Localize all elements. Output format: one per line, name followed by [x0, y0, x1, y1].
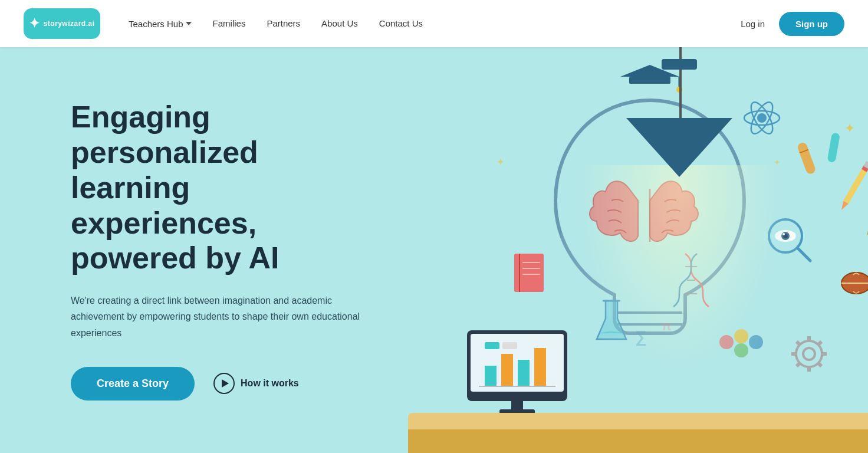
- svg-rect-42: [534, 348, 546, 386]
- svg-line-25: [797, 248, 810, 261]
- svg-rect-39: [485, 366, 497, 386]
- svg-point-64: [734, 343, 748, 357]
- svg-line-71: [797, 342, 800, 345]
- nav-links: Teachers Hub Families Partners About Us …: [129, 18, 741, 29]
- svg-rect-38: [471, 334, 564, 392]
- svg-rect-30: [514, 254, 544, 292]
- how-it-works-button[interactable]: How it works: [213, 373, 299, 394]
- nav-item-partners[interactable]: Partners: [267, 18, 300, 29]
- navbar: ✦ storywizard.ai Teachers Hub Families P…: [0, 0, 868, 47]
- nav-item-contact-us[interactable]: Contact Us: [379, 18, 423, 29]
- play-triangle-icon: [222, 379, 229, 388]
- svg-text:∑: ∑: [635, 327, 647, 346]
- svg-rect-13: [827, 132, 840, 163]
- svg-rect-40: [501, 354, 513, 386]
- login-button[interactable]: Log in: [741, 19, 765, 29]
- svg-point-66: [803, 348, 815, 360]
- svg-line-73: [818, 342, 821, 345]
- svg-point-61: [719, 335, 734, 349]
- nav-item-teachers-hub[interactable]: Teachers Hub: [129, 19, 192, 29]
- create-story-button[interactable]: Create a Story: [71, 367, 195, 401]
- hero-illustration: ✦ ✦ ✦ ∑ π: [408, 47, 868, 453]
- svg-text:✦: ✦: [844, 121, 855, 136]
- lamp-shade: [626, 118, 732, 177]
- logo[interactable]: ✦ storywizard.ai: [24, 8, 100, 39]
- svg-point-29: [782, 233, 785, 235]
- nav-actions: Log in Sign up: [741, 12, 844, 36]
- svg-point-7: [757, 113, 767, 123]
- logo-icon: ✦: [29, 16, 40, 31]
- svg-line-74: [797, 363, 800, 366]
- svg-rect-44: [485, 342, 499, 349]
- chevron-down-icon: [186, 22, 192, 25]
- logo-text: storywizard.ai: [43, 20, 94, 27]
- svg-text:π: π: [662, 319, 672, 333]
- svg-rect-79: [408, 429, 868, 453]
- svg-text:✦: ✦: [774, 157, 781, 167]
- hero-content: Engaging personalized learning experienc…: [0, 52, 377, 448]
- main-illustration-svg: ✦ ✦ ✦ ∑ π: [408, 47, 868, 453]
- svg-point-63: [749, 335, 763, 349]
- svg-rect-3: [629, 77, 670, 84]
- nav-item-about-us[interactable]: About Us: [321, 18, 358, 29]
- hero-section: Engaging personalized learning experienc…: [0, 0, 868, 453]
- svg-point-62: [734, 329, 748, 343]
- svg-rect-14: [843, 168, 867, 203]
- signup-button[interactable]: Sign up: [779, 12, 844, 36]
- svg-text:✦: ✦: [497, 157, 504, 167]
- svg-rect-45: [502, 342, 517, 349]
- svg-rect-46: [511, 401, 523, 411]
- play-icon: [213, 373, 235, 394]
- hero-title: Engaging personalized learning experienc…: [71, 100, 377, 276]
- hero-actions: Create a Story How it works: [71, 367, 377, 401]
- svg-line-72: [818, 363, 821, 366]
- svg-rect-31: [519, 254, 520, 292]
- svg-rect-11: [797, 142, 817, 175]
- svg-rect-41: [518, 360, 530, 386]
- nav-item-families[interactable]: Families: [213, 18, 246, 29]
- hero-subtitle: We're creating a direct link between ima…: [71, 293, 377, 341]
